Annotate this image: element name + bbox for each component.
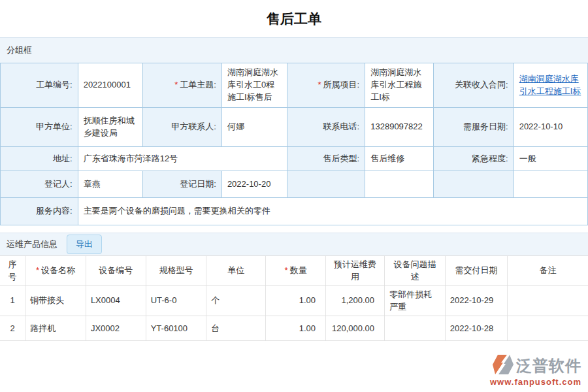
cell-no: 1 [0, 286, 25, 316]
groupbox-title: 分组框 [7, 44, 32, 56]
aftersale-type-label: 售后类型: [287, 147, 365, 171]
required-mark: * [36, 265, 39, 275]
cell-cost: 120,000.00 [326, 316, 385, 341]
vendor-footer: 泛普软件 www.fanpusoft.com [490, 354, 581, 387]
order-no-label: 工单编号: [1, 63, 78, 108]
table-row: 2 路拌机 JX0002 YT-60100 台 1.00 120,000.00 … [0, 316, 588, 341]
page-title: 售后工单 [0, 0, 588, 37]
urgency-value: 一般 [514, 147, 587, 171]
income-contract-label: 关联收入合同: [434, 63, 514, 108]
cell-no: 2 [0, 316, 25, 341]
order-no-value: 2022100001 [78, 63, 143, 108]
registrant-label: 登记人: [1, 171, 78, 198]
col-model: 规格型号 [146, 256, 206, 286]
cell-qty: 1.00 [266, 316, 326, 341]
registrant-value: 章燕 [78, 171, 143, 198]
phone-label: 联系电话: [287, 108, 365, 147]
subject-label: *工单主题: [143, 63, 221, 108]
cell-due-date: 2022-10-28 [445, 316, 507, 341]
col-issue: 设备问题描述 [385, 256, 446, 286]
party-a-unit-label: 甲方单位: [1, 108, 78, 147]
empty-value-cell [365, 171, 434, 198]
party-a-contact-label: 甲方联系人: [143, 108, 221, 147]
cell-unit: 台 [206, 316, 266, 341]
work-order-form: 工单编号: 2022100001 *工单主题: 湖南洞庭湖水库引水工0程施工I标… [0, 63, 588, 225]
empty-label-cell [434, 171, 514, 198]
aftersale-type-value: 售后维修 [365, 147, 434, 171]
cell-model: YT-60100 [146, 316, 206, 341]
address-label: 地址: [1, 147, 78, 171]
cell-due-date: 2022-10-29 [445, 286, 507, 316]
required-mark: * [285, 265, 288, 275]
products-table: 序号 *设备名称 设备编号 规格型号 单位 *数量 预计运维费用 设备问题描述 … [0, 255, 588, 341]
col-unit: 单位 [206, 256, 266, 286]
empty-label-cell [287, 171, 365, 198]
products-section-header: 运维产品信息 导出 [0, 233, 588, 255]
brand-name: 泛普软件 [516, 355, 581, 376]
urgency-label: 紧急程度: [434, 147, 514, 171]
col-due-date: 需交付日期 [445, 256, 507, 286]
brand-url: www.fanpusoft.com [490, 377, 581, 387]
required-mark: * [318, 80, 321, 90]
register-date-label: 登记日期: [143, 171, 221, 198]
service-date-value: 2022-10-10 [514, 108, 587, 147]
cell-qty: 1.00 [266, 286, 326, 316]
address-value: 广东省珠海市菏泽路12号 [78, 147, 287, 171]
table-row: 1 铜带接头 LX0004 UT-6-0 个 1.00 1,200.00 零部件… [0, 286, 588, 316]
products-header-row: 序号 *设备名称 设备编号 规格型号 单位 *数量 预计运维费用 设备问题描述 … [0, 256, 588, 286]
party-a-contact-value: 何娜 [221, 108, 287, 147]
cell-device-name: 路拌机 [25, 316, 86, 341]
cell-device-name: 铜带接头 [25, 286, 86, 316]
cell-issue [385, 316, 446, 341]
cell-issue: 零部件损耗严重 [385, 286, 446, 316]
income-contract-link[interactable]: 湖南洞庭湖水库引水工程施工I标 [519, 74, 581, 96]
project-label: *所属项目: [287, 63, 365, 108]
service-content-label: 服务内容: [1, 198, 78, 225]
col-qty: *数量 [266, 256, 326, 286]
col-no: 序号 [0, 256, 25, 286]
cell-remark [508, 286, 588, 316]
groupbox-header: 分组框 [0, 37, 588, 63]
cell-remark [508, 316, 588, 341]
col-cost: 预计运维费用 [326, 256, 385, 286]
register-date-value: 2022-10-20 [221, 171, 287, 198]
service-content-value: 主要是两个设备的磨损问题，需要更换相关的零件 [78, 198, 587, 225]
cell-device-code: LX0004 [86, 286, 146, 316]
cell-model: UT-6-0 [146, 286, 206, 316]
phone-value: 13289097822 [365, 108, 434, 147]
export-button[interactable]: 导出 [67, 235, 102, 254]
cell-cost: 1,200.00 [326, 286, 385, 316]
service-date-label: 需服务日期: [434, 108, 514, 147]
col-device-code: 设备编号 [86, 256, 146, 286]
cell-device-code: JX0002 [86, 316, 146, 341]
col-device-name: *设备名称 [25, 256, 86, 286]
products-section-title: 运维产品信息 [7, 238, 57, 250]
empty-value-cell [514, 171, 587, 198]
fanpu-logo-icon [492, 354, 514, 378]
col-remark: 备注 [508, 256, 588, 286]
cell-unit: 个 [206, 286, 266, 316]
required-mark: * [174, 80, 178, 90]
party-a-unit-value: 抚顺住房和城乡建设局 [78, 108, 143, 147]
subject-value: 湖南洞庭湖水库引水工0程施工I标售后 [221, 63, 287, 108]
project-value: 湖南洞庭湖水库引水工程施工I标 [365, 63, 434, 108]
